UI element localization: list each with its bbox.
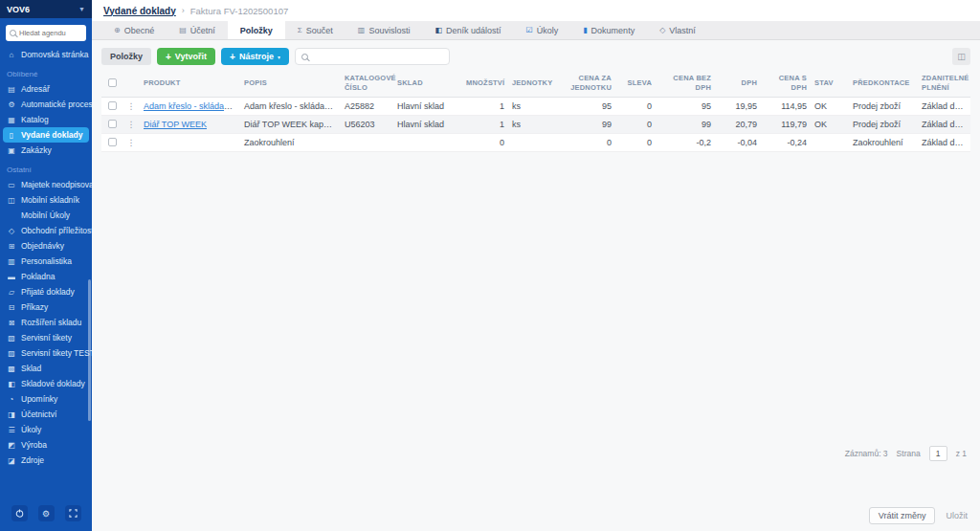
tab-souvislosti[interactable]: ▥Souvislosti: [345, 21, 423, 39]
row-menu-icon[interactable]: ⋮: [122, 115, 140, 133]
sidebar-item-pokladna[interactable]: ▬Pokladna: [0, 269, 92, 284]
sidebar-section-oblibene: Oblíbené: [0, 62, 92, 81]
power-icon: [15, 509, 24, 518]
pagination: Záznamů: 3 Strana z 1: [845, 446, 967, 461]
header-katalogove-cislo[interactable]: KATALOGOVÉ ČÍSLO: [341, 70, 393, 97]
home-icon: ⌂: [7, 51, 16, 59]
tab-ucetni[interactable]: ▤Účetní: [167, 21, 228, 39]
header-produkt[interactable]: PRODUKT: [140, 70, 240, 97]
items-label: Položky: [101, 48, 151, 65]
tools-button[interactable]: +Nástroje▾: [221, 48, 289, 65]
tasks-icon: ☰: [7, 426, 16, 434]
tab-obecne[interactable]: ⊕Obecné: [101, 21, 167, 39]
header-cena-za-jednotku[interactable]: CENA ZA JEDNOTKU: [556, 70, 615, 97]
header-stav[interactable]: STAV: [811, 70, 849, 97]
page-number-input[interactable]: [929, 446, 947, 461]
plus-icon: +: [166, 52, 171, 62]
tab-vlastni[interactable]: ◇Vlastní: [647, 21, 708, 39]
select-all-checkbox[interactable]: [108, 78, 117, 87]
header-jednotky[interactable]: JEDNOTKY: [508, 70, 556, 97]
sidebar-item-mobilni-skladnik[interactable]: ◫Mobilní skladník: [0, 192, 92, 208]
sidebar-scrollbar[interactable]: [88, 279, 91, 421]
header-zdanitelne-plneni[interactable]: ZDANITELNÉ PLNĚNÍ: [918, 70, 970, 97]
fullscreen-button[interactable]: [65, 505, 81, 521]
sidebar-item-majetek[interactable]: ▭Majetek neodpisova…: [0, 177, 92, 192]
header-cena-s-dph[interactable]: CENA S DPH: [761, 70, 811, 97]
fullscreen-icon: [69, 509, 78, 518]
sidebar-item-objednavky[interactable]: ⊞Objednávky: [0, 238, 92, 254]
search-icon: [10, 30, 16, 36]
tab-ukoly[interactable]: ☑Úkoly: [514, 21, 571, 39]
breadcrumb-parent-link[interactable]: Vydané doklady: [103, 6, 176, 16]
received-documents-icon: ▱: [7, 288, 16, 297]
sidebar-item-rozsireni-skladu[interactable]: ⊠Rozšíření skladu: [0, 315, 92, 330]
sidebar-item-zakazky[interactable]: ▣Zakázky: [0, 143, 92, 158]
sidebar-item-servisni-tikety[interactable]: ▧Servisní tikety: [0, 330, 92, 345]
revert-changes-button[interactable]: Vrátit změny: [869, 507, 936, 524]
header-sleva[interactable]: SLEVA: [615, 70, 656, 97]
table-row[interactable]: ⋮ Zaokrouhlení 0 0 0 -0,2 -0,04 -0,24 Za…: [101, 133, 970, 151]
tab-denik-udalosti[interactable]: ◧Deník událostí: [422, 21, 513, 39]
sidebar-item-sklad[interactable]: ▩Sklad: [0, 361, 92, 376]
sidebar-section-ostatni: Ostatní: [0, 158, 92, 177]
breadcrumb: Vydané doklady › Faktura FV-1202500107: [92, 0, 980, 21]
sidebar-item-mobilni-ukoly[interactable]: Mobilní Úkoly: [0, 208, 92, 223]
header-popis[interactable]: POPIS: [240, 70, 341, 97]
header-sklad[interactable]: SKLAD: [393, 70, 462, 97]
main-content: Vydané doklady › Faktura FV-1202500107 ⊕…: [92, 0, 980, 531]
hr-icon: ▥: [7, 257, 16, 266]
workspace-switcher[interactable]: VOV6 ▼: [0, 0, 92, 18]
agenda-search[interactable]: [6, 25, 86, 41]
tab-polozky[interactable]: Položky: [228, 21, 285, 39]
row-checkbox[interactable]: [108, 101, 117, 110]
save-button[interactable]: Uložit: [941, 508, 972, 523]
product-link[interactable]: Diář TOP WEEK: [144, 120, 207, 129]
production-icon: ◩: [7, 441, 16, 450]
sidebar-item-domovska-stranka[interactable]: ⌂Domovská stránka: [0, 47, 92, 62]
row-menu-icon[interactable]: ⋮: [122, 133, 140, 151]
sidebar-footer: ⚙: [0, 499, 92, 531]
assets-icon: ▭: [7, 181, 16, 189]
purchase-orders-icon: ⊞: [7, 242, 16, 251]
settings-button[interactable]: ⚙: [38, 505, 55, 521]
logout-button[interactable]: [11, 505, 28, 521]
sidebar-item-ucetnictvi[interactable]: ◨Účetnictví: [0, 407, 92, 422]
table-search[interactable]: [295, 48, 450, 65]
tab-soucet[interactable]: ΣSoučet: [285, 21, 345, 39]
sidebar-item-zdroje[interactable]: ◪Zdroje: [0, 453, 92, 468]
sidebar-item-obchodni-prilezitosti[interactable]: ◇Obchodní příležitosti: [0, 223, 92, 238]
chart-icon: ▥: [358, 26, 366, 34]
row-checkbox[interactable]: [108, 138, 117, 146]
breadcrumb-separator: ›: [182, 6, 185, 15]
sidebar-item-upominky[interactable]: ◔Upomínky: [0, 391, 92, 407]
table-row[interactable]: ⋮ Adam křeslo - skládačka Adam křeslo - …: [101, 97, 970, 115]
sidebar-item-adresar[interactable]: ▤Adresář: [0, 81, 92, 97]
create-button[interactable]: +Vytvořit: [157, 48, 215, 65]
sidebar-item-personalistika[interactable]: ▥Personalistika: [0, 254, 92, 269]
header-predkontace[interactable]: PŘEDKONTACE: [849, 70, 918, 97]
sidebar-item-vydane-doklady[interactable]: ▯Vydané doklady: [3, 127, 89, 143]
product-link[interactable]: Adam křeslo - skládačka: [144, 101, 237, 111]
sidebar-item-ukoly[interactable]: ☰Úkoly: [0, 422, 92, 437]
search-icon: [301, 54, 308, 60]
sidebar-item-vyroba[interactable]: ◩Výroba: [0, 437, 92, 453]
sidebar-item-prijate-doklady[interactable]: ▱Přijaté doklady: [0, 284, 92, 299]
table-search-input[interactable]: [312, 52, 443, 61]
sidebar-item-servisni-tikety-test[interactable]: ▨Servisní tikety TEST: [0, 345, 92, 361]
sidebar-item-katalog[interactable]: ▦Katalog: [0, 112, 92, 127]
tab-dokumenty[interactable]: ▮Dokumenty: [570, 21, 647, 39]
issued-documents-icon: ▯: [7, 131, 16, 140]
header-mnozstvi[interactable]: MNOŽSTVÍ: [462, 70, 508, 97]
sidebar-item-skladove-doklady[interactable]: ◧Skladové doklady: [0, 376, 92, 391]
accounting-icon: ◨: [7, 410, 16, 419]
row-menu-icon[interactable]: ⋮: [122, 97, 140, 115]
table-row[interactable]: ⋮ Diář TOP WEEK Diář TOP WEEK kapesní U5…: [101, 115, 970, 133]
header-dph[interactable]: DPH: [715, 70, 761, 97]
column-settings-button[interactable]: ◫: [952, 48, 970, 65]
agenda-search-input[interactable]: [19, 29, 82, 37]
row-checkbox[interactable]: [108, 120, 117, 128]
header-cena-bez-dph[interactable]: CENA BEZ DPH: [656, 70, 715, 97]
sidebar-item-prikazy[interactable]: ⊟Příkazy: [0, 299, 92, 315]
checkbox-icon: ☑: [526, 26, 533, 34]
sidebar-item-automaticke-procesy[interactable]: ⚙Automatické procesy: [0, 97, 92, 112]
